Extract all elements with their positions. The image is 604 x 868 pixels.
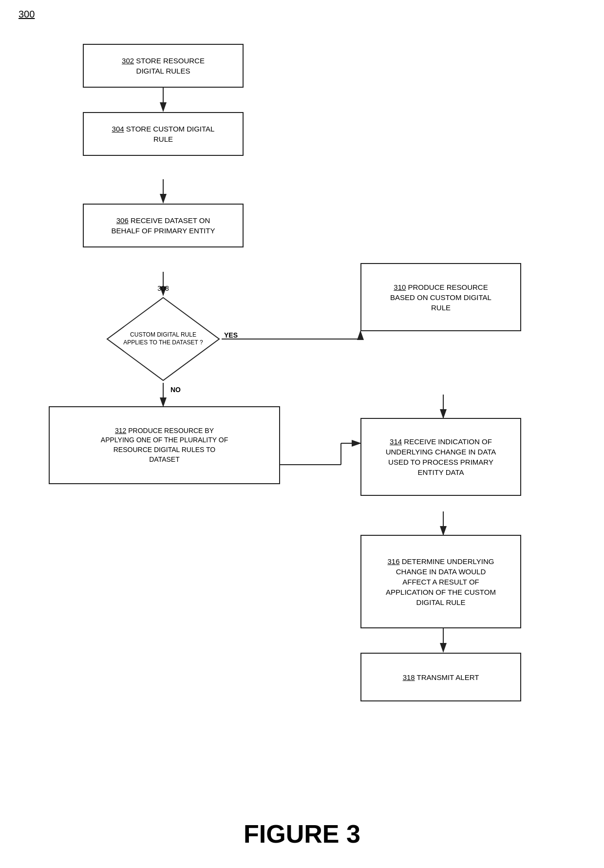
no-label: NO	[170, 386, 181, 394]
box-312: 312 PRODUCE RESOURCE BYAPPLYING ONE OF T…	[49, 406, 280, 484]
page-number-label: 300	[19, 9, 35, 20]
box-316: 316 DETERMINE UNDERLYINGCHANGE IN DATA W…	[360, 535, 521, 628]
box-314: 314 RECEIVE INDICATION OFUNDERLYING CHAN…	[360, 418, 521, 496]
figure-label: FIGURE 3	[0, 819, 604, 849]
diamond-308: CUSTOM DIGITAL RULE APPLIES TO THE DATAS…	[105, 295, 222, 383]
box-318: 318 TRANSMIT ALERT	[360, 653, 521, 701]
box-310: 310 PRODUCE RESOURCEBASED ON CUSTOM DIGI…	[360, 263, 521, 331]
box-302: 302 STORE RESOURCEDIGITAL RULES	[83, 44, 244, 88]
box-306: 306 RECEIVE DATASET ONBEHALF OF PRIMARY …	[83, 204, 244, 247]
box-304: 304 STORE CUSTOM DIGITALRULE	[83, 112, 244, 156]
yes-label: YES	[224, 331, 238, 339]
